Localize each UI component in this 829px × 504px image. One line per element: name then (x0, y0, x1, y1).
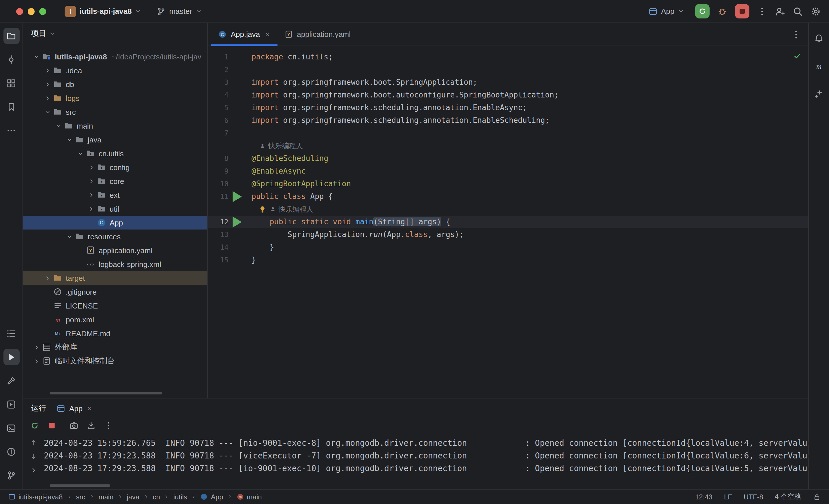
minimize-window-button[interactable] (28, 8, 35, 15)
more-vertical-icon[interactable] (757, 6, 767, 16)
branch-widget[interactable]: master (153, 5, 205, 17)
tree-item[interactable]: .gitignore (23, 285, 207, 299)
chevron-right-icon[interactable] (42, 95, 52, 101)
close-window-button[interactable] (16, 8, 23, 15)
breadcrumb-item[interactable]: mmain (237, 493, 262, 501)
tree-item[interactable]: mpom.xml (23, 313, 207, 326)
chevron-right-icon[interactable] (42, 275, 52, 281)
chevron-down-icon[interactable] (75, 150, 85, 157)
chevron-right-icon[interactable] (86, 178, 96, 184)
chevron-right-icon[interactable] (86, 192, 96, 198)
tree-item[interactable]: .idea (23, 64, 207, 77)
tool-services-button[interactable] (3, 396, 19, 412)
chevron-right-icon[interactable] (31, 344, 41, 350)
chevron-right-icon[interactable] (42, 67, 52, 74)
tree-item[interactable]: iutils-api-java8~/IdeaProjects/iutils-ap… (23, 49, 207, 64)
tree-item[interactable]: config (23, 160, 207, 174)
add-user-icon[interactable] (775, 6, 785, 16)
tool-project-button[interactable] (3, 28, 19, 44)
tool-terminal-button[interactable] (3, 420, 19, 436)
project-panel-header[interactable]: 项目 (23, 23, 207, 44)
chevron-right-icon[interactable] (31, 358, 41, 364)
tree-item[interactable]: resources (23, 230, 207, 243)
more-button[interactable] (104, 421, 113, 432)
expand-button[interactable] (30, 467, 37, 476)
zoom-window-button[interactable] (39, 8, 46, 15)
code-editor[interactable]: 1package cn.iutils;23import org.springfr… (208, 46, 808, 398)
scroll-down-button[interactable] (30, 453, 37, 462)
run-config-widget[interactable]: App (645, 5, 688, 17)
caret-position-widget[interactable]: 12:43 (695, 493, 713, 501)
horizontal-scrollbar[interactable] (49, 392, 162, 394)
screenshot-button[interactable] (69, 421, 78, 432)
import-button[interactable] (86, 421, 96, 432)
tree-item[interactable]: M↓README.md (23, 326, 207, 340)
tree-item[interactable]: CApp (23, 216, 207, 230)
tree-item[interactable]: </>logback-spring.xml (23, 257, 207, 271)
tool-commit-button[interactable] (3, 51, 19, 68)
tree-item[interactable]: cn.iutils (23, 147, 207, 160)
author-inlay-hint[interactable]: 快乐编程人 (260, 141, 303, 151)
tree-item[interactable]: java (23, 132, 207, 147)
tool-todo-button[interactable] (3, 325, 19, 341)
tree-item[interactable]: db (23, 77, 207, 91)
tree-item[interactable]: LICENSE (23, 299, 207, 313)
chevron-down-icon[interactable] (64, 137, 74, 143)
breadcrumb-item[interactable]: cn (153, 493, 160, 501)
tree-item[interactable]: Yapplication.yaml (23, 243, 207, 257)
tree-item[interactable]: util (23, 202, 207, 216)
run-line-icon[interactable] (228, 214, 245, 230)
tree-item[interactable]: ext (23, 188, 207, 202)
tree-item[interactable]: logs (23, 91, 207, 105)
tool-run-button[interactable] (3, 349, 19, 365)
tool-vcs-button[interactable] (3, 467, 19, 483)
stop-button[interactable] (47, 421, 57, 432)
tool-bookmarks-button[interactable] (3, 99, 19, 115)
project-widget[interactable]: I iutils-api-java8 (61, 4, 145, 19)
stop-button[interactable] (735, 4, 749, 18)
chevron-down-icon[interactable] (64, 233, 74, 240)
chevron-right-icon[interactable] (86, 164, 96, 170)
close-icon[interactable] (86, 405, 93, 412)
encoding-widget[interactable]: UTF-8 (744, 493, 763, 501)
horizontal-scrollbar[interactable] (49, 484, 110, 487)
tool-maven-button[interactable]: m (811, 58, 827, 74)
tree-item[interactable]: main (23, 119, 207, 132)
tree-item[interactable]: core (23, 174, 207, 188)
chevron-right-icon[interactable] (42, 81, 52, 87)
tool-structure-button[interactable] (3, 75, 19, 91)
editor-tab[interactable]: Yapplication.yaml (277, 23, 357, 45)
run-tab[interactable]: App (57, 404, 93, 413)
tree-item[interactable]: target (23, 271, 207, 285)
tool-build-button[interactable] (3, 373, 19, 389)
breadcrumb-item[interactable]: iutils (173, 493, 187, 501)
lock-icon[interactable] (813, 493, 821, 501)
tree-item[interactable]: 临时文件和控制台 (23, 354, 207, 368)
editor-tab[interactable]: CApp.java (211, 23, 277, 45)
more-vertical-icon[interactable] (791, 29, 801, 39)
chevron-down-icon[interactable] (31, 53, 41, 60)
close-icon[interactable] (264, 31, 270, 37)
breadcrumb-item[interactable]: CApp (201, 493, 223, 501)
chevron-down-icon[interactable] (53, 122, 64, 129)
rerun-button[interactable] (30, 421, 39, 432)
tool-more-button[interactable] (3, 122, 19, 139)
tool-problems-button[interactable] (3, 443, 19, 460)
debug-icon[interactable] (717, 6, 727, 16)
console-output[interactable]: 2024-08-23 15:59:26.765 INFO 90718 --- [… (44, 436, 808, 489)
tree-item[interactable]: 外部库 (23, 340, 207, 354)
breadcrumb-item[interactable]: iutils-api-java8 (8, 493, 63, 501)
tool-notifications-button[interactable] (811, 30, 827, 46)
inspections-ok-icon[interactable] (793, 52, 801, 60)
breadcrumb-item[interactable]: main (98, 493, 113, 501)
scroll-up-button[interactable] (30, 439, 37, 448)
rerun-button[interactable] (695, 4, 710, 18)
run-line-icon[interactable] (228, 189, 245, 205)
intention-bulb-icon[interactable] (258, 205, 266, 214)
line-separator-widget[interactable]: LF (724, 493, 732, 501)
breadcrumb-item[interactable]: java (127, 493, 139, 501)
chevron-down-icon[interactable] (42, 109, 52, 115)
breadcrumb-item[interactable]: src (76, 493, 85, 501)
tool-ai-assistant-button[interactable] (811, 85, 827, 102)
author-inlay-hint[interactable]: 快乐编程人 (270, 204, 313, 214)
